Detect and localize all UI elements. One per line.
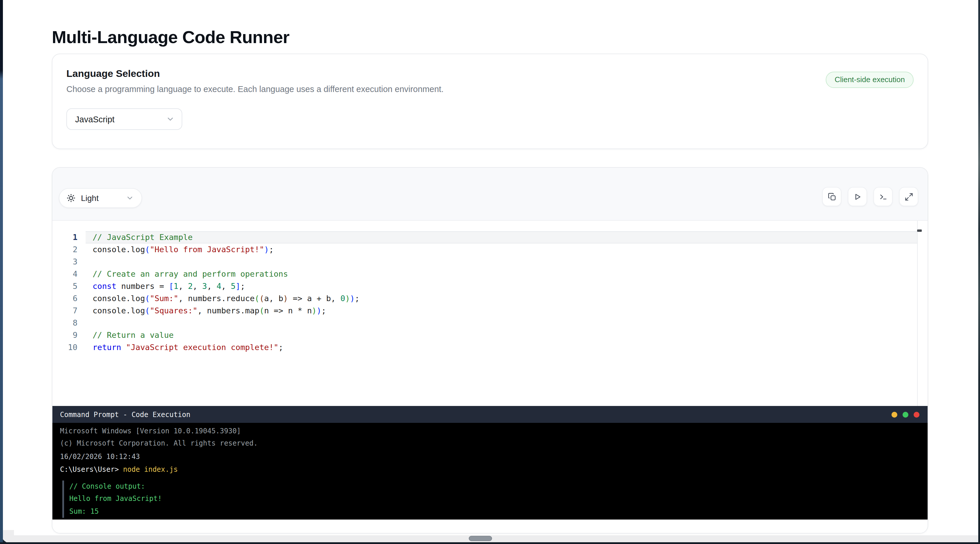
line-number: 8: [52, 317, 86, 329]
console-output-line: Sum: 15: [69, 506, 928, 518]
terminal-prompt-line: C:\Users\User> node index.js: [60, 464, 928, 476]
toolbar-buttons: [822, 187, 918, 206]
code-line-7[interactable]: 7console.log("Squares:", numbers.map(n =…: [52, 305, 928, 317]
code-text: // Create an array and perform operation…: [86, 268, 918, 280]
chevron-down-icon: [126, 194, 134, 202]
language-card-description: Choose a programming language to execute…: [66, 84, 914, 94]
terminal-output: Microsoft Windows [Version 10.0.19045.39…: [52, 423, 928, 520]
language-selection-card: Language Selection Choose a programming …: [52, 54, 928, 149]
play-icon: [853, 192, 862, 201]
terminal-header: Command Prompt - Code Execution: [52, 406, 928, 423]
code-line-3[interactable]: 3: [52, 256, 928, 268]
terminal-traffic-lights: [891, 412, 920, 417]
code-text: console.log("Sum:", numbers.reduce((a, b…: [86, 293, 918, 305]
code-text: console.log("Squares:", numbers.map(n =>…: [86, 305, 918, 317]
console-output-line: Hello from JavaScript!: [69, 493, 928, 506]
theme-select-value: Light: [81, 193, 126, 203]
copy-icon: [827, 192, 837, 201]
code-text: [86, 256, 918, 268]
line-number: 5: [52, 280, 86, 293]
code-line-10[interactable]: 10return "JavaScript execution complete!…: [52, 342, 928, 354]
expand-icon: [904, 192, 913, 201]
language-card-heading: Language Selection: [66, 68, 914, 80]
line-number: 10: [52, 342, 86, 354]
code-text: [86, 317, 918, 329]
code-line-1[interactable]: 1// JavaScript Example: [52, 231, 928, 243]
code-line-8[interactable]: 8: [52, 317, 928, 329]
minimize-dot: [891, 412, 897, 417]
code-text: console.log("Hello from JavaScript!");: [86, 243, 918, 256]
app-window: Multi-Language Code Runner Language Sele…: [0, 0, 980, 544]
code-text: return "JavaScript execution complete!";: [86, 342, 918, 354]
language-select[interactable]: JavaScript: [66, 108, 182, 130]
language-select-value: JavaScript: [75, 115, 115, 124]
terminal-timestamp: 16/02/2026 10:12:43: [60, 451, 928, 463]
line-number: 1: [52, 231, 86, 243]
editor-toolbar: Light: [52, 168, 928, 221]
terminal-panel: Command Prompt - Code Execution Microsof…: [52, 406, 928, 533]
console-output-block: // Console output:Hello from JavaScript!…: [62, 480, 928, 518]
line-number: 6: [52, 293, 86, 305]
code-line-4[interactable]: 4// Create an array and perform operatio…: [52, 268, 928, 280]
sun-icon: [66, 193, 76, 203]
close-dot: [914, 412, 920, 417]
code-runner-card: Light: [52, 167, 928, 533]
console-output-line: // Console output:: [69, 480, 928, 493]
code-editor[interactable]: 1// JavaScript Example2console.log("Hell…: [52, 221, 928, 406]
terminal-text-line: Microsoft Windows [Version 10.0.19045.39…: [60, 425, 928, 437]
code-text: const numbers = [1, 2, 3, 4, 5];: [86, 280, 918, 293]
line-number: 9: [52, 329, 86, 342]
terminal-lines: Microsoft Windows [Version 10.0.19045.39…: [60, 425, 928, 518]
editor-right-ruler: [917, 221, 918, 406]
code-text: // JavaScript Example: [86, 231, 918, 243]
command-text: node index.js: [119, 465, 178, 474]
terminal-text-line: (c) Microsoft Corporation. All rights re…: [60, 437, 928, 450]
line-number: 3: [52, 256, 86, 268]
prompt-path: C:\Users\User>: [60, 465, 119, 474]
chevron-down-icon: [166, 115, 175, 124]
window-right-edge: [978, 0, 980, 544]
window-bottom-edge: [0, 542, 980, 544]
terminal-icon: [878, 192, 888, 201]
line-number: 2: [52, 243, 86, 256]
code-line-2[interactable]: 2console.log("Hello from JavaScript!");: [52, 243, 928, 256]
execution-mode-badge: Client-side execution: [826, 72, 914, 88]
terminal-title: Command Prompt - Code Execution: [60, 410, 891, 418]
card-bottom-spacer: [52, 520, 928, 533]
horizontal-scrollbar-thumb[interactable]: [469, 536, 492, 541]
terminal-button[interactable]: [873, 187, 892, 206]
code-text: // Return a value: [86, 329, 918, 342]
code-line-5[interactable]: 5const numbers = [1, 2, 3, 4, 5];: [52, 280, 928, 293]
theme-select[interactable]: Light: [59, 188, 142, 208]
code-line-9[interactable]: 9// Return a value: [52, 329, 928, 342]
page-title: Multi-Language Code Runner: [52, 27, 290, 47]
fullscreen-button[interactable]: [899, 187, 918, 206]
maximize-dot: [902, 412, 908, 417]
code-line-6[interactable]: 6console.log("Sum:", numbers.reduce((a, …: [52, 293, 928, 305]
window-left-edge: [0, 0, 3, 544]
copy-button[interactable]: [822, 187, 842, 206]
line-number: 4: [52, 268, 86, 280]
code-lines: 1// JavaScript Example2console.log("Hell…: [52, 231, 928, 354]
overview-ruler-mark: [917, 229, 922, 232]
line-number: 7: [52, 305, 86, 317]
run-button[interactable]: [848, 187, 867, 206]
